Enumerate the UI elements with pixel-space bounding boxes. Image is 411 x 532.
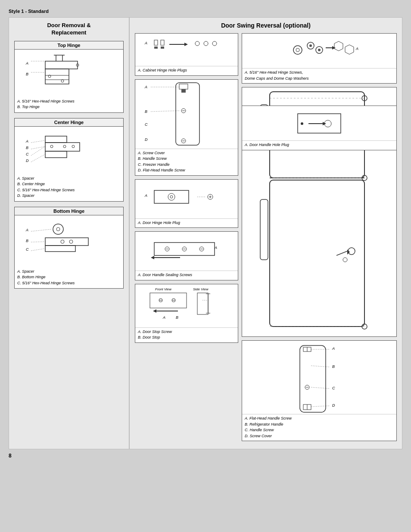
bottom-hinge-diagram: A B C bbox=[15, 215, 123, 267]
step-1-1-diagram: A bbox=[242, 34, 396, 68]
svg-rect-20 bbox=[45, 151, 67, 158]
page-number: 8 bbox=[9, 453, 402, 459]
svg-text:A: A bbox=[162, 315, 165, 320]
svg-line-141 bbox=[311, 387, 330, 389]
svg-rect-18 bbox=[45, 136, 67, 143]
svg-line-142 bbox=[311, 406, 330, 407]
top-hinge-diagram: A B bbox=[15, 50, 123, 97]
step-3-notes: A. Door Hinge Hole Plug bbox=[135, 218, 238, 228]
svg-rect-109 bbox=[270, 180, 364, 327]
style-label: Style 1 - Standard bbox=[9, 9, 402, 14]
bottom-hinge-notes: A. Spacer B. Bottom Hinge C. 5/16" Hex-H… bbox=[15, 267, 123, 289]
svg-text:D: D bbox=[332, 403, 335, 408]
svg-marker-104 bbox=[345, 45, 354, 54]
svg-text:B: B bbox=[26, 72, 28, 76]
svg-point-31 bbox=[53, 224, 63, 234]
svg-marker-46 bbox=[184, 43, 188, 46]
step-7-diagram bbox=[242, 106, 396, 140]
svg-text:C: C bbox=[332, 386, 335, 390]
svg-point-35 bbox=[61, 240, 64, 243]
svg-text:C: C bbox=[26, 152, 29, 156]
bottom-hinge-title: Bottom Hinge bbox=[15, 207, 123, 215]
svg-marker-80 bbox=[151, 256, 154, 259]
svg-line-38 bbox=[31, 242, 45, 242]
svg-point-97 bbox=[293, 46, 302, 54]
svg-line-121 bbox=[336, 251, 347, 255]
svg-point-36 bbox=[69, 240, 73, 243]
svg-point-119 bbox=[348, 248, 355, 255]
svg-text:B: B bbox=[145, 109, 147, 114]
svg-point-48 bbox=[204, 41, 208, 46]
svg-text:A: A bbox=[144, 85, 147, 89]
svg-point-11 bbox=[61, 80, 64, 82]
svg-point-21 bbox=[50, 145, 53, 148]
svg-text:Front View: Front View bbox=[155, 287, 172, 291]
svg-rect-42 bbox=[161, 40, 164, 45]
svg-line-39 bbox=[31, 249, 45, 251]
right-panel: Door Swing Reversal (optional) 1-2 A bbox=[130, 18, 402, 449]
top-hinge-box: Top Hinge A B bbox=[14, 41, 124, 113]
fridge-column: 1-1 bbox=[242, 33, 397, 445]
svg-text:D: D bbox=[26, 159, 29, 163]
svg-text:B: B bbox=[26, 239, 28, 243]
svg-line-140 bbox=[311, 366, 330, 367]
svg-point-22 bbox=[63, 145, 66, 148]
svg-text:A: A bbox=[144, 41, 147, 45]
svg-point-98 bbox=[296, 48, 299, 52]
step-box-5: 5 Front View Side View bbox=[135, 284, 238, 343]
svg-text:A: A bbox=[25, 139, 28, 143]
svg-rect-43 bbox=[154, 47, 158, 49]
svg-point-127 bbox=[301, 122, 303, 125]
center-hinge-title: Center Hinge bbox=[15, 118, 123, 127]
steps-column: 1-2 A bbox=[135, 33, 238, 445]
svg-point-102 bbox=[318, 49, 321, 51]
svg-text:B: B bbox=[26, 146, 28, 150]
svg-line-24 bbox=[31, 140, 45, 143]
step-5-diagram: Front View Side View bbox=[135, 284, 238, 327]
svg-rect-83 bbox=[150, 293, 187, 308]
step-5-notes: A. Door Stop Screw B. Door Stop bbox=[135, 327, 238, 342]
svg-marker-89 bbox=[153, 309, 156, 313]
step-7-notes: A. Door Handle Hole Plug bbox=[242, 140, 396, 150]
svg-rect-112 bbox=[260, 199, 268, 260]
step-4-notes: A. Door Handle Sealing Screws bbox=[135, 271, 238, 280]
top-hinge-notes: A. 5/16" Hex-Head Hinge Screws B. Top Hi… bbox=[15, 97, 123, 112]
svg-point-120 bbox=[343, 258, 347, 262]
left-panel: Door Removal & Replacement Top Hinge A B bbox=[9, 18, 130, 449]
svg-rect-34 bbox=[45, 246, 75, 252]
step-box-2: 2 A B C D bbox=[135, 79, 238, 176]
svg-line-62 bbox=[151, 111, 179, 112]
step-2-diagram: A B C D bbox=[135, 80, 238, 149]
step-box-3: 3 A bbox=[135, 179, 238, 228]
svg-text:C: C bbox=[145, 122, 148, 127]
svg-marker-103 bbox=[334, 41, 343, 51]
step-6-notes: A. Flat-Head Handle Screw B. Refrigerato… bbox=[242, 414, 396, 441]
svg-line-37 bbox=[31, 229, 52, 231]
step-1-1-notes: A. 5/16" Hex-Head Hinge Screws, Dome Cap… bbox=[242, 68, 396, 83]
left-panel-title: Door Removal & Replacement bbox=[14, 22, 124, 37]
svg-rect-90 bbox=[197, 293, 208, 314]
svg-text:Side View: Side View bbox=[193, 287, 209, 291]
step-box-4: 4 A bbox=[135, 231, 238, 280]
svg-line-27 bbox=[31, 154, 45, 162]
svg-text:B: B bbox=[332, 364, 335, 369]
top-hinge-title: Top Hinge bbox=[15, 41, 123, 50]
svg-rect-56 bbox=[181, 89, 186, 93]
svg-point-23 bbox=[72, 145, 75, 148]
svg-rect-44 bbox=[161, 47, 164, 49]
svg-rect-54 bbox=[176, 83, 199, 145]
step-6-diagram: A B C D bbox=[242, 341, 396, 414]
svg-rect-64 bbox=[154, 190, 189, 203]
step-3-diagram: A bbox=[135, 180, 238, 218]
svg-rect-55 bbox=[179, 84, 188, 89]
svg-text:A: A bbox=[25, 228, 28, 232]
main-container: Door Removal & Replacement Top Hinge A B bbox=[9, 17, 402, 449]
svg-rect-33 bbox=[45, 238, 88, 246]
center-hinge-box: Center Hinge A B C D bbox=[14, 118, 124, 202]
svg-point-49 bbox=[212, 41, 217, 46]
svg-point-100 bbox=[309, 44, 312, 47]
svg-text:A: A bbox=[355, 47, 358, 51]
svg-text:A: A bbox=[144, 193, 147, 198]
step-1-2-notes: A. Cabinet Hinge Hole Plugs bbox=[135, 66, 238, 75]
svg-text:B: B bbox=[176, 315, 178, 320]
